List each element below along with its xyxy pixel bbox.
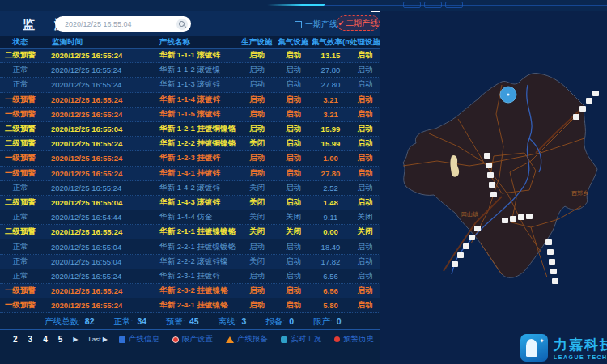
toolbar: 监 测 一期产线 ✔ 二期产线	[0, 11, 380, 36]
logo-head-icon: ✦	[520, 334, 548, 362]
table-row[interactable]: 一级预警2020/12/25 16:55:24华新 1-1-5 滚镀锌启动启动3…	[0, 108, 380, 122]
table-cell: 华新 2-2-2 滚镀锌镍	[154, 256, 239, 267]
last-page-button[interactable]: Last ▶	[88, 336, 108, 343]
table-row[interactable]: 二级预警2020/12/25 16:55:04华新 1-2-1 挂镀铜镍铬（龙门…	[0, 122, 380, 137]
table-cell: 3.21	[312, 110, 350, 119]
page-button[interactable]: 3	[28, 335, 33, 344]
table-cell: 启动	[275, 242, 312, 252]
summary-stat: 预警: 45	[166, 316, 199, 328]
search-box	[55, 16, 191, 32]
table-cell: 17.82	[312, 257, 350, 266]
table-cell: 一级预警	[0, 168, 40, 179]
column-header: 处理设施	[350, 37, 380, 48]
table-cell: 2020/12/25 16:55:24	[40, 110, 154, 119]
table-cell: 启动	[350, 256, 380, 267]
summary-value: 0	[337, 316, 342, 326]
phase1-checkbox[interactable]: 一期产线	[295, 19, 337, 30]
table-cell: 关闭	[350, 226, 380, 237]
table-cell: 2020/12/25 16:55:24	[40, 227, 154, 236]
table-cell: 启动	[275, 124, 312, 134]
table-row[interactable]: 一级预警2020/12/25 16:55:24华新 2-4-1 挂镀镍铬启动启动…	[0, 298, 380, 313]
column-header: 监测时间	[40, 37, 154, 48]
legend-label: 限产设置	[182, 334, 213, 345]
table-row[interactable]: 正常2020/12/25 16:55:24华新 2-3-1 挂镀锌启动启动6.5…	[0, 269, 380, 284]
table-row[interactable]: 一级预警2020/12/25 16:55:24华新 2-3-2 挂镀镍铬启动启动…	[0, 284, 380, 298]
search-input[interactable]	[65, 20, 176, 28]
legend-label: 产线报备	[237, 334, 268, 345]
table-cell: 启动	[275, 138, 312, 149]
table-cell: 华新 2-4-1 挂镀镍铬	[154, 300, 239, 311]
legend-item[interactable]: 限产设置	[172, 334, 213, 345]
page-button[interactable]: 4	[43, 335, 48, 344]
table-row[interactable]: 二级预警2020/12/25 16:55:24华新 1-2-2 挂镀铜镍铬（环形…	[0, 137, 380, 151]
legend-label: 产线信息	[129, 334, 159, 345]
legend-item[interactable]: 实时工况	[281, 334, 321, 345]
table-cell: 启动	[275, 50, 312, 61]
thin-divider-line	[324, 5, 607, 6]
table-row[interactable]: 正常2020/12/25 16:55:24华新 1-1-2 滚镀镍启动启动27.…	[0, 63, 380, 78]
pagination: 2345▶Last ▶	[13, 335, 108, 344]
table-cell: 启动	[239, 50, 275, 61]
table-cell: 正常	[0, 79, 40, 90]
column-header: 生产设施	[239, 37, 275, 48]
table-cell: 华新 2-3-1 挂镀锌	[154, 271, 239, 281]
legend-item[interactable]: 预警历史	[334, 334, 374, 345]
table-cell: 启动	[350, 79, 380, 90]
summary-label: 产线总数:	[45, 316, 83, 326]
legend-item[interactable]: 产线信息	[119, 334, 159, 345]
next-page-icon[interactable]: ▶	[73, 336, 78, 343]
table-cell: 2020/12/25 16:55:24	[40, 301, 154, 310]
table-cell: 关闭	[275, 226, 312, 237]
map-marker[interactable]	[500, 87, 516, 103]
table-cell: 关闭	[239, 256, 275, 267]
table-cell: 启动	[275, 79, 312, 90]
table-cell: 华新 1-2-2 挂镀铜镍铬（环形线）	[154, 138, 239, 149]
table-cell: 6.56	[312, 272, 350, 281]
page-button[interactable]: 5	[58, 335, 63, 344]
table-row[interactable]: 二级预警2020/12/25 16:55:04华新 1-4-3 滚镀锌关闭启动1…	[0, 196, 380, 210]
table-cell: 2.52	[312, 184, 350, 193]
spark-icon: ✦	[539, 337, 545, 345]
table-cell: 2020/12/25 16:55:24	[40, 154, 154, 163]
table-row[interactable]: 二级预警2020/12/25 16:55:24华新 2-1-1 挂镀镍镀铬关闭关…	[0, 225, 380, 239]
table-row[interactable]: 正常2020/12/25 16:55:24华新 1-4-2 滚镀锌关闭启动2.5…	[0, 181, 380, 196]
table-row[interactable]: 一级预警2020/12/25 16:55:24华新 1-4-1 挂镀锌启动启动2…	[0, 167, 380, 181]
table-cell: 华新 2-1-1 挂镀镍镀铬	[154, 226, 239, 237]
map-svg: 回山镇 西郊乡	[380, 11, 607, 364]
table-cell: 2020/12/25 16:55:04	[40, 198, 154, 207]
legend-item[interactable]: 产线报备	[226, 334, 268, 345]
summary-stat: 限产: 0	[313, 316, 342, 328]
table-cell: 华新 1-1-5 滚镀锌	[154, 109, 239, 120]
search-icon[interactable]	[176, 19, 188, 30]
table-row[interactable]: 二级预警2020/12/25 16:55:24华新 1-1-1 滚镀锌启动启动1…	[0, 49, 380, 63]
table-cell: 2020/12/25 16:55:04	[40, 257, 154, 266]
table-cell: 2020/12/25 16:55:24	[40, 139, 154, 148]
table-cell: 1.00	[312, 154, 350, 163]
table-cell: 启动	[239, 79, 275, 90]
table-cell: 27.80	[312, 80, 350, 89]
table-header: 状态监测时间产线名称生产设施集气设施集气效率(m³/s)处理设施	[0, 36, 380, 49]
table-cell: 15.99	[312, 125, 350, 133]
table-row[interactable]: 一级预警2020/12/25 16:55:24华新 1-2-3 挂镀锌启动启动1…	[0, 151, 380, 166]
table-cell: 关闭	[239, 183, 275, 193]
table-row[interactable]: 正常2020/12/25 16:55:24华新 1-1-3 滚镀锌启动启动27.…	[0, 78, 380, 92]
table-row[interactable]: 正常2020/12/25 16:54:44华新 1-4-4 仿金关闭关闭9.11…	[0, 210, 380, 225]
table-row[interactable]: 正常2020/12/25 16:55:04华新 2-2-1 挂镀镍镀铬启动启动1…	[0, 239, 380, 254]
table-cell: 2020/12/25 16:55:04	[40, 243, 154, 252]
table-cell: 27.80	[312, 169, 350, 178]
table-cell: 二级预警	[0, 226, 40, 237]
table-row[interactable]: 一级预警2020/12/25 16:55:24华新 1-1-4 滚镀锌启动启动3…	[0, 93, 380, 108]
summary-value: 34	[137, 316, 146, 326]
table-cell: 正常	[0, 242, 40, 252]
brand-logo: ✦ 力嘉科技 LEAGUE TECH	[520, 334, 607, 362]
summary-label: 正常:	[114, 316, 136, 326]
column-header: 产线名称	[154, 37, 239, 48]
checkbox-icon[interactable]	[295, 21, 302, 28]
column-header: 集气效率(m³/s)	[312, 37, 350, 48]
table-cell: 启动	[239, 271, 275, 281]
summary-bar: 产线总数: 82正常: 34预警: 45离线: 3报备: 0限产: 0	[0, 314, 380, 330]
table-cell: 关闭	[275, 212, 312, 222]
table-row[interactable]: 正常2020/12/25 16:55:04华新 2-2-2 滚镀锌镍关闭启动17…	[0, 255, 380, 269]
page-button[interactable]: 2	[13, 335, 18, 344]
district-map: 回山镇 西郊乡	[380, 11, 607, 364]
